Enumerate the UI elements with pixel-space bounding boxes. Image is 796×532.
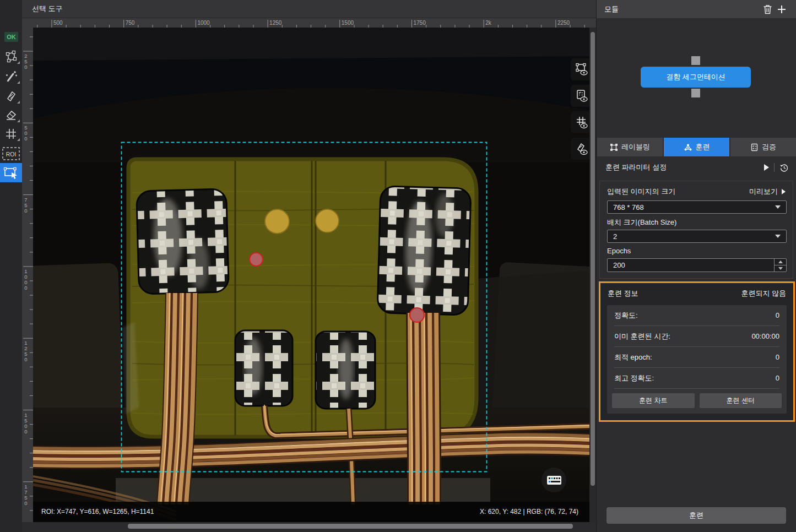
mask-knife-tool-button[interactable] [0,87,22,106]
accuracy-label: 정확도: [614,311,638,321]
svg-text:0: 0 [24,285,27,291]
svg-text:0: 0 [24,428,27,435]
bbox-eye-icon [575,62,589,77]
training-tab-icon [684,143,692,151]
cursor-status-text: X: 620, Y: 482 | RGB: (76, 72, 74) [480,508,578,515]
expand-params-icon[interactable] [764,164,769,171]
defect-segmentation-node[interactable]: 결함 세그먼테이션 [641,67,751,88]
active-tool-title: 선택 도구 [32,4,63,14]
horizontal-scrollbar-handle[interactable] [128,524,573,529]
svg-text:750: 750 [126,20,135,26]
trash-icon [763,4,772,14]
eraser-tool-button[interactable] [0,106,22,124]
spin-down-button[interactable] [775,265,786,272]
workflow-tabs: 레이블링 훈련 검증 [597,138,796,156]
best-accuracy-row: 최고 정확도: 0 [614,368,779,389]
right-wire-bundle [410,313,437,504]
module-panel: 모듈 결함 세그먼테이션 [596,0,796,532]
node-port-bottom[interactable] [691,89,700,97]
node-label: 결함 세그먼테이션 [666,72,725,82]
training-info-buttons: 훈련 차트 훈련 센터 [612,393,782,408]
train-button-label: 훈련 [689,511,703,520]
training-center-button[interactable]: 훈련 센터 [700,393,782,408]
tab-training[interactable]: 훈련 [664,138,729,156]
list-eye-icon [575,89,589,103]
labeling-tab-icon [610,143,618,151]
node-port-top[interactable] [691,56,700,65]
grid-tool-button[interactable] [0,124,22,143]
input-size-label: 입력된 이미지의 크기 [607,187,675,197]
svg-text:1500: 1500 [342,20,354,26]
svg-text:500: 500 [53,20,63,26]
selection-tool-button[interactable] [0,163,22,182]
batch-size-select[interactable]: 2 [607,230,787,243]
training-info-section: 훈련 정보 훈련되지 않음 정확도: 0 이미 훈련된 시간: 00:00:00… [599,281,795,422]
training-info-header: 훈련 정보 훈련되지 않음 [600,283,793,304]
accuracy-value: 0 [776,311,779,319]
roi-tool-button[interactable]: ROI [0,144,22,163]
scene-image [33,28,589,522]
plus-icon [777,4,787,14]
dropdown-corner-icon [17,61,20,64]
epochs-value: 200 [608,259,774,272]
epochs-row: Epochs [607,247,786,255]
svg-text:1250: 1250 [269,20,282,26]
training-params-group: 입력된 이미지의 크기 미리보기 768 * 768 배치 크기(Batch S… [599,181,793,279]
smart-pen-tool-button[interactable] [0,67,22,86]
canvas-titlebar: 선택 도구 [22,0,596,18]
shortcut-keyboard-button[interactable] [542,468,566,492]
roi-status-text: ROI: X=747, Y=616, W=1265, H=1141 [41,508,154,515]
module-panel-title: 모듈 [604,4,619,14]
tab-label: 검증 [762,142,776,152]
delete-module-button[interactable] [760,2,775,17]
grid-eye-icon [575,115,589,129]
params-section-header: 훈련 파라미터 설정 [597,156,796,178]
training-info-box: 정확도: 0 이미 훈련된 시간: 00:00:00 최적 epoch: 0 최… [607,305,787,414]
horizontal-scrollbar[interactable] [22,522,596,532]
train-button[interactable]: 훈련 [607,507,786,524]
best-accuracy-label: 최고 정확도: [614,373,654,383]
best-epoch-label: 최적 epoch: [614,352,652,362]
ok-badge[interactable]: OK [4,32,18,42]
spinner-arrows [774,259,786,272]
input-size-row: 입력된 이미지의 크기 미리보기 [607,187,786,197]
add-module-button[interactable] [775,2,789,17]
svg-text:0: 0 [24,208,27,214]
svg-text:0: 0 [24,356,27,362]
left-wire-bundle [160,293,195,504]
vertical-ruler: 2505007501000125015001750 [22,28,34,522]
status-bar: ROI: X=747, Y=616, W=1265, H=1141 X: 620… [33,502,589,522]
history-button[interactable] [779,163,789,172]
keyboard-icon [546,475,562,486]
training-info-title: 훈련 정보 [608,289,638,298]
input-size-select[interactable]: 768 * 768 [607,200,787,214]
dropdown-corner-icon [17,120,20,122]
training-center-label: 훈련 센터 [727,396,755,405]
horizontal-ruler: 50075010001250150017502k2250 [33,18,596,28]
accuracy-row: 정확도: 0 [614,305,779,326]
history-icon [779,163,789,172]
tab-labeling[interactable]: 레이블링 [597,138,663,156]
svg-text:0: 0 [24,135,27,142]
roi-icon: ROI [2,146,20,161]
polygon-tool-icon [4,50,18,64]
dropdown-corner-icon [17,101,20,104]
svg-text:2k: 2k [485,20,492,26]
mask-eye-icon [575,142,589,156]
image-canvas[interactable] [33,28,589,522]
divider [774,163,775,172]
epochs-label: Epochs [607,247,631,255]
training-chart-button[interactable]: 훈련 차트 [612,393,695,408]
polygon-tool-button[interactable] [0,47,22,66]
tool-sidebar: OK [0,0,23,532]
vertical-scrollbar[interactable] [589,28,596,522]
vertical-scrollbar-handle[interactable] [591,32,595,486]
trained-time-label: 이미 훈련된 시간: [614,332,670,341]
training-chart-label: 훈련 차트 [639,396,667,405]
spin-up-button[interactable] [775,259,786,265]
epochs-spinbox[interactable]: 200 [607,258,787,272]
defect-label-2 [410,308,424,322]
preview-button[interactable]: 미리보기 [749,187,786,197]
chevron-down-icon [775,235,781,238]
tab-validation[interactable]: 검증 [730,138,796,156]
